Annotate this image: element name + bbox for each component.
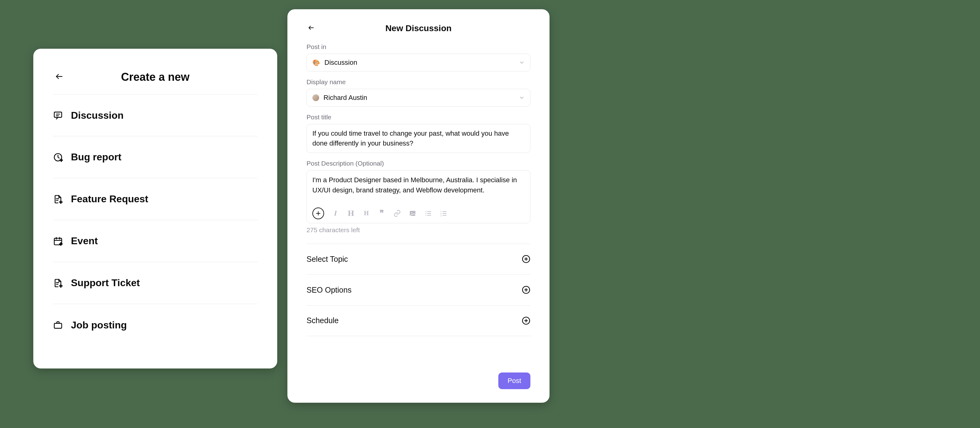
svg-text:3: 3 — [440, 215, 442, 217]
post-button[interactable]: Post — [498, 372, 530, 389]
post-description-input[interactable]: I'm a Product Designer based in Melbourn… — [307, 170, 530, 223]
plus-circle-icon — [522, 286, 530, 294]
quote-button[interactable]: ❞ — [378, 209, 386, 217]
extra-sections: Select Topic SEO Options Schedule — [307, 243, 530, 336]
create-new-panel: Create a new Discussion Bug report Featu… — [33, 49, 277, 369]
type-item-label: Event — [71, 235, 98, 247]
post-description-field: Post Description (Optional) I'm a Produc… — [307, 160, 530, 234]
bullet-list-button[interactable] — [424, 209, 432, 217]
add-block-button[interactable] — [312, 207, 324, 219]
field-label: Display name — [307, 78, 530, 86]
ticket-plus-icon — [53, 278, 63, 288]
type-item-job-posting[interactable]: Job posting — [53, 304, 258, 346]
back-button[interactable] — [53, 71, 65, 83]
section-label: Schedule — [307, 316, 339, 325]
select-value: Discussion — [325, 59, 515, 67]
svg-point-29 — [426, 215, 426, 216]
input-value: I'm a Product Designer based in Melbourn… — [312, 175, 525, 201]
display-name-select[interactable]: Richard Austin — [307, 89, 530, 107]
post-title-input[interactable]: If you could time travel to change your … — [307, 124, 530, 153]
numbered-list-button[interactable]: 123 — [439, 209, 447, 217]
panel-header: Create a new — [53, 66, 258, 88]
svg-rect-1 — [54, 112, 62, 117]
type-item-label: Support Ticket — [71, 277, 140, 289]
italic-button[interactable]: I — [331, 209, 339, 217]
document-plus-icon — [53, 194, 63, 204]
type-item-event[interactable]: Event — [53, 220, 258, 262]
link-button[interactable] — [393, 209, 401, 217]
post-in-field: Post in 🎨 Discussion — [307, 43, 530, 72]
display-name-field: Display name Richard Austin — [307, 78, 530, 107]
panel-footer: Post — [307, 364, 530, 389]
section-schedule[interactable]: Schedule — [307, 305, 530, 336]
type-item-discussion[interactable]: Discussion — [53, 94, 258, 136]
channel-icon: 🎨 — [312, 59, 320, 66]
type-list: Discussion Bug report Feature Request Ev… — [53, 94, 258, 346]
panel-title: New Discussion — [385, 24, 452, 33]
field-label: Post title — [307, 113, 530, 121]
image-button[interactable] — [409, 209, 417, 217]
section-label: SEO Options — [307, 286, 352, 294]
plus-circle-icon — [522, 255, 530, 263]
section-select-topic[interactable]: Select Topic — [307, 243, 530, 274]
svg-point-27 — [426, 211, 426, 212]
new-discussion-panel: New Discussion Post in 🎨 Discussion Disp… — [287, 9, 549, 403]
svg-rect-21 — [54, 323, 62, 328]
editor-toolbar: I H H ❞ 123 — [312, 207, 525, 219]
select-value: Richard Austin — [323, 94, 515, 102]
avatar-icon — [312, 94, 319, 101]
svg-point-26 — [411, 212, 412, 213]
back-button[interactable] — [307, 24, 316, 33]
chevron-down-icon — [519, 95, 525, 100]
type-item-bug-report[interactable]: Bug report — [53, 136, 258, 178]
type-item-label: Bug report — [71, 151, 121, 163]
type-item-support-ticket[interactable]: Support Ticket — [53, 262, 258, 304]
chevron-down-icon — [519, 60, 525, 65]
plus-circle-icon — [522, 317, 530, 325]
svg-text:2: 2 — [440, 212, 442, 215]
type-item-label: Discussion — [71, 110, 124, 121]
post-in-select[interactable]: 🎨 Discussion — [307, 54, 530, 72]
heading-button[interactable]: H — [347, 209, 355, 217]
section-label: Select Topic — [307, 255, 348, 264]
input-value: If you could time travel to change your … — [312, 129, 525, 148]
svg-text:1: 1 — [440, 210, 442, 212]
subheading-button[interactable]: H — [362, 209, 370, 217]
calendar-plus-icon — [53, 236, 63, 246]
type-item-label: Job posting — [71, 320, 127, 331]
arrow-left-icon — [308, 24, 315, 32]
panel-header: New Discussion — [307, 22, 530, 35]
section-seo-options[interactable]: SEO Options — [307, 274, 530, 305]
type-item-feature-request[interactable]: Feature Request — [53, 178, 258, 220]
briefcase-icon — [53, 320, 63, 330]
panel-title: Create a new — [121, 71, 189, 84]
field-label: Post in — [307, 43, 530, 51]
type-item-label: Feature Request — [71, 193, 148, 205]
field-label: Post Description (Optional) — [307, 160, 530, 167]
arrow-left-icon — [55, 72, 64, 82]
chat-icon — [53, 110, 63, 120]
post-title-field: Post title If you could time travel to c… — [307, 113, 530, 153]
character-counter: 275 characters left — [307, 226, 530, 234]
svg-point-28 — [426, 213, 426, 214]
bug-plus-icon — [53, 152, 63, 162]
